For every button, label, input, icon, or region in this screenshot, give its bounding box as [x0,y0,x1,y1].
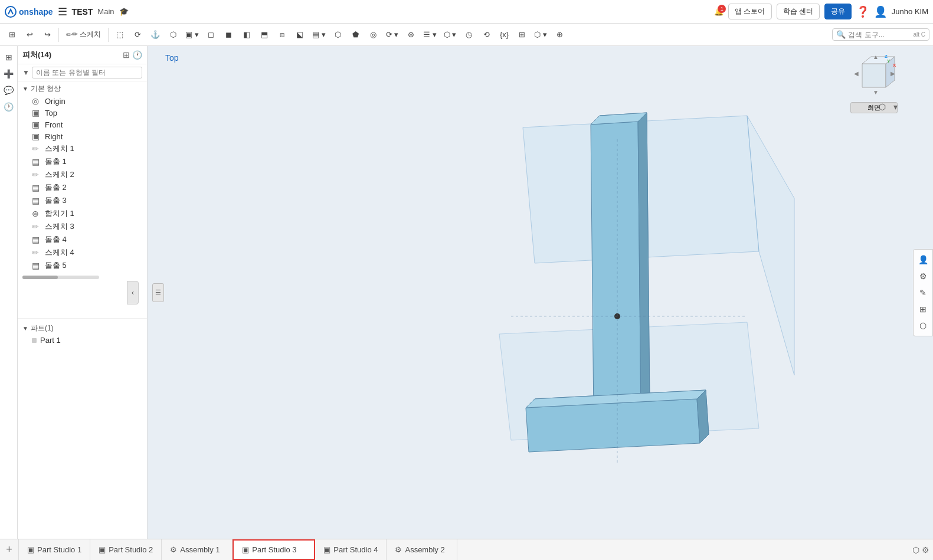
toolbar-btn-9[interactable]: ◼ [221,27,237,43]
toolbar-btn-12[interactable]: ⧈ [274,27,290,43]
toolbar-btn-14[interactable]: ▤ ▾ [309,27,329,43]
sketch-button[interactable]: ✏ ✏ 스케치 [62,27,105,43]
search-input[interactable] [848,31,913,39]
user-name[interactable]: Junho KIM [892,7,928,16]
sidebar-part-1[interactable]: Part 1 [18,335,147,346]
rp-btn-2[interactable]: ⚙ [915,268,931,284]
tab-settings-icon[interactable]: ⚙ [922,545,929,555]
section-label-parts[interactable]: ▼ 파트(1) [18,321,147,335]
toolbar-btn-3[interactable]: ⬚ [112,27,128,43]
rp-btn-4[interactable]: ⊞ [915,302,931,317]
sidebar-item-extrude3[interactable]: ▤ 돌출 3 [18,194,147,207]
toolbar-btn-11[interactable]: ⬒ [256,27,273,43]
rp-btn-5[interactable]: ⬡ [915,318,931,333]
sidebar-item-sketch3[interactable]: ✏ 스케치 3 [18,220,147,233]
toolbar-btn-19[interactable]: ⊛ [402,27,419,43]
toolbar-btn-24[interactable]: {x} [496,27,512,43]
menu-icon[interactable]: ☰ [58,5,67,18]
toolbar-btn-6[interactable]: ⬡ [165,27,181,43]
horizontal-scrollbar[interactable] [18,274,147,280]
toolbar-btn-8[interactable]: ◻ [203,27,220,43]
help-icon[interactable]: ❓ [856,5,869,18]
toolbar-icon-1[interactable]: ⊞ [4,27,20,43]
toolbar-btn-7[interactable]: ▣ ▾ [182,27,202,43]
tab-assembly-1[interactable]: ⚙ Assembly 1 [162,539,233,560]
user-avatar[interactable]: 👤 [874,5,887,18]
svg-text:Y: Y [887,58,891,64]
project-name: TEST [72,7,93,17]
sidebar-collapse-button[interactable]: ‹ [127,281,139,304]
sidebar-item-origin[interactable]: ◎ Origin [18,95,147,107]
learning-center-button[interactable]: 학습 센터 [777,4,820,19]
notification-bell[interactable]: 🔔 1 [714,7,724,16]
viewport[interactable]: Top [148,46,933,539]
nav-cube[interactable]: ◀ ▶ ▲ ▼ Y Z X 최면 ▾ ⬡ [850,52,898,105]
toolbar-btn-27[interactable]: ⊕ [551,27,568,43]
toolbar-btn-13[interactable]: ⬕ [292,27,308,43]
sidebar-item-top[interactable]: ▣ Top [18,107,147,119]
sidebar-item-right[interactable]: ▣ Right [18,130,147,142]
parts-section: ▼ 파트(1) Part 1 [18,318,147,348]
sidebar-item-sketch1[interactable]: ✏ 스케치 1 [18,142,147,155]
app-logo[interactable]: onshape [5,6,53,18]
undo-button[interactable]: ↩ [21,27,38,43]
new-tab-button[interactable]: + [0,539,19,560]
left-icon-4[interactable]: 🕐 [2,100,15,113]
toolbar-btn-4[interactable]: ⟳ [129,27,146,43]
sidebar-item-extrude1[interactable]: ▤ 돌출 1 [18,155,147,168]
tab-part-studio-1[interactable]: ▣ Part Studio 1 [19,539,90,560]
cube-view-icon[interactable]: ⬡ [879,102,886,112]
part-dot [32,338,37,343]
sidebar-item-extrude2[interactable]: ▤ 돌출 2 [18,181,147,194]
tab-label-ps3: Part Studio 3 [252,545,296,554]
toolbar-btn-22[interactable]: ◷ [460,27,477,43]
sidebar-item-extrude4[interactable]: ▤ 돌출 4 [18,233,147,246]
rp-btn-1[interactable]: 👤 [915,252,931,267]
tree-collapse-button[interactable]: ☰ [152,283,164,302]
sidebar-icon-config[interactable]: ⊞ [123,50,130,60]
rp-btn-3[interactable]: ✎ [915,285,931,300]
sidebar-item-front[interactable]: ▣ Front [18,119,147,130]
sidebar-icon-clock[interactable]: 🕐 [132,50,142,60]
toolbar-btn-21[interactable]: ⬡ ▾ [441,27,460,43]
left-icon-2[interactable]: ➕ [2,67,15,80]
cube-view-dropdown[interactable]: ▾ [893,102,898,112]
toolbar-btn-26[interactable]: ⬡ ▾ [531,27,550,43]
tab-assembly-2[interactable]: ⚙ Assembly 2 [387,539,457,560]
toolbar-btn-15[interactable]: ⬡ [330,27,346,43]
bottom-tabs: + ▣ Part Studio 1 ▣ Part Studio 2 ⚙ Asse… [0,539,933,560]
search-box[interactable]: 🔍 alt C [832,28,929,41]
section-label-basic[interactable]: ▼ 기본 형상 [18,81,147,95]
toolbar-btn-17[interactable]: ◎ [365,27,382,43]
share-button[interactable]: 공유 [824,4,852,19]
redo-button[interactable]: ↪ [39,27,55,43]
toolbar-btn-20[interactable]: ☰ ▾ [420,27,440,43]
tab-part-studio-2[interactable]: ▣ Part Studio 2 [90,539,162,560]
left-icon-3[interactable]: 💬 [2,84,15,97]
left-icon-1[interactable]: ⊞ [2,51,15,64]
tab-expand-icon[interactable]: ⬡ [912,545,919,555]
sketch-icon-2: ✏ [32,170,41,179]
toolbar-btn-25[interactable]: ⊞ [513,27,530,43]
sidebar-item-extrude5[interactable]: ▤ 돌출 5 [18,259,147,272]
filter-input[interactable] [32,67,142,78]
sidebar-item-sketch4[interactable]: ✏ 스케치 4 [18,246,147,259]
toolbar-btn-23[interactable]: ⟲ [478,27,495,43]
tab-part-studio-3[interactable]: ▣ Part Studio 3 [233,539,315,560]
grad-icon[interactable]: 🎓 [119,7,129,16]
sidebar-item-sketch2[interactable]: ✏ 스케치 2 [18,168,147,181]
tab-part-studio-4[interactable]: ▣ Part Studio 4 [315,539,387,560]
tab-label-ps1: Part Studio 1 [37,545,81,554]
tab-label-a1: Assembly 1 [180,545,220,554]
search-icon: 🔍 [836,30,846,39]
plane-icon-right: ▣ [32,132,41,141]
toolbar-btn-16[interactable]: ⬟ [348,27,364,43]
sidebar-item-boolean1[interactable]: ⊛ 합치기 1 [18,207,147,220]
branch-name[interactable]: Main [97,7,114,16]
sketch-icon-1: ✏ [32,144,41,153]
toolbar-btn-10[interactable]: ◧ [238,27,255,43]
app-store-button[interactable]: 앱 스토어 [728,4,771,19]
cube-face-label[interactable]: 최면 [850,102,898,113]
toolbar-btn-5[interactable]: ⚓ [147,27,163,43]
toolbar-btn-18[interactable]: ⟳ ▾ [383,27,402,43]
